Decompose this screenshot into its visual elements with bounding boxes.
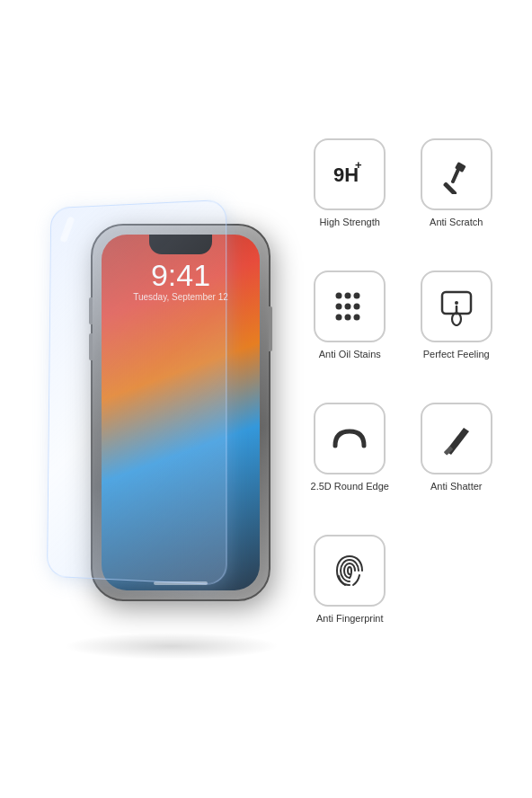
anti-shatter-icon-box [421,403,492,474]
feature-anti-shatter: Anti Shatter [409,403,505,528]
anti-scratch-label: Anti Scratch [430,216,483,228]
svg-point-10 [354,304,360,310]
svg-point-12 [345,315,351,321]
anti-scratch-icon-box [421,138,492,210]
round-edge-icon [330,419,369,458]
anti-shatter-label: Anti Shatter [430,480,482,492]
high-strength-icon-box: 9H + [314,138,386,210]
svg-point-8 [336,304,342,310]
anti-oil-icon-box [314,270,386,342]
svg-point-11 [336,315,342,321]
phone-shadow [64,633,279,660]
feature-anti-fingerprint: Anti Fingerprint [302,535,398,660]
screen-protector [47,200,227,586]
perfect-feeling-icon-box [421,270,492,342]
feature-round-edge: 2.5D Round Edge [302,403,398,528]
svg-point-9 [345,304,351,310]
perfect-feeling-label: Perfect Feeling [423,348,490,360]
svg-point-17 [455,301,458,305]
svg-point-5 [336,293,342,299]
round-edge-label: 2.5D Round Edge [311,480,389,492]
feature-high-strength: 9H + High Strength [302,138,398,263]
svg-point-13 [354,315,360,321]
svg-rect-3 [442,182,457,194]
anti-fingerprint-icon-box [314,535,386,607]
high-strength-icon: 9H + [330,155,369,194]
side-button [269,306,272,351]
svg-point-6 [345,293,351,299]
feature-anti-scratch: Anti Scratch [409,138,505,263]
features-grid: 9H + High Strength Anti Scratch [297,129,513,669]
anti-fingerprint-icon [330,551,369,590]
main-container: 9:41 Tuesday, September 12 9H + High Str… [0,0,532,798]
high-strength-label: High Strength [320,216,380,228]
svg-point-7 [354,293,360,299]
anti-scratch-icon [437,155,476,194]
perfect-feeling-icon [437,287,476,326]
phone-area: 9:41 Tuesday, September 12 [19,84,297,714]
feature-perfect-feeling: Perfect Feeling [409,270,505,395]
svg-text:+: + [355,158,362,172]
feature-anti-oil: Anti Oil Stains [302,270,398,395]
anti-oil-icon [330,287,369,326]
round-edge-icon-box [314,403,386,474]
anti-fingerprint-label: Anti Fingerprint [316,612,384,625]
anti-oil-label: Anti Oil Stains [319,348,381,360]
anti-shatter-icon [437,419,476,458]
